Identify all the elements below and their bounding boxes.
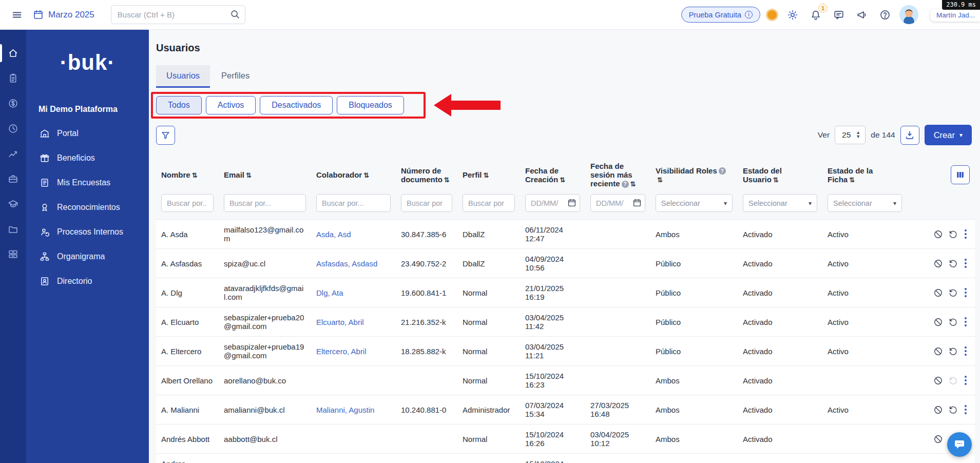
deactivate-user-button[interactable]	[932, 286, 945, 299]
deactivate-user-button[interactable]	[932, 316, 945, 329]
announcements-button[interactable]	[853, 6, 871, 24]
col-estado-usuario[interactable]: Estado del Usuario⇅	[738, 156, 822, 192]
cell-nombre: A. Dlg	[156, 278, 219, 307]
sidebar-item-directorio[interactable]: Directorio	[26, 269, 149, 294]
reset-password-button[interactable]	[947, 374, 959, 387]
advanced-filter-button[interactable]	[156, 126, 175, 145]
filter-colaborador-input[interactable]	[316, 194, 391, 212]
settings-button[interactable]	[784, 6, 801, 24]
calendar-icon[interactable]	[632, 198, 642, 207]
reset-password-button[interactable]	[947, 345, 959, 358]
rail-item-archive[interactable]	[0, 242, 26, 267]
collaborator-link[interactable]: Elcuarto, Abril	[316, 318, 364, 326]
rail-item-performance[interactable]	[0, 141, 26, 166]
download-button[interactable]	[900, 126, 919, 145]
sidebar-item-portal[interactable]: Portal	[26, 121, 149, 146]
info-icon[interactable]: ?	[719, 167, 726, 175]
cell-colaborador: Asda, Asd	[311, 220, 396, 249]
rail-item-home[interactable]	[0, 41, 26, 66]
deactivate-user-button[interactable]	[932, 403, 945, 416]
rail-item-talent[interactable]	[0, 166, 26, 191]
global-search-input[interactable]	[111, 5, 245, 24]
deactivate-user-button[interactable]	[932, 433, 945, 446]
page-size-select[interactable]: 25 ▲▼	[835, 126, 866, 144]
filter-email-input[interactable]	[224, 194, 306, 212]
hamburger-menu-button[interactable]	[8, 6, 26, 24]
row-menu-button[interactable]	[962, 227, 970, 241]
col-perfil[interactable]: Perfil⇅	[457, 156, 520, 192]
deactivate-user-button[interactable]	[932, 345, 945, 358]
reset-password-button[interactable]	[947, 286, 959, 299]
col-fecha-creacion[interactable]: Fecha de Creación⇅	[520, 156, 585, 192]
help-button[interactable]	[876, 6, 894, 24]
filter-estado-ficha-select[interactable]: Seleccionar▾	[828, 194, 902, 212]
table-row: A. Elcuarto sebaspizaler+prueba20@gmail.…	[156, 307, 975, 337]
sort-icon: ⇅	[773, 176, 779, 184]
tab-usuarios[interactable]: Usuarios	[156, 65, 210, 88]
column-settings-button[interactable]	[951, 165, 970, 184]
row-menu-button[interactable]	[962, 286, 970, 299]
cell-fecha-sesion: 27/03/2025 16:48	[585, 395, 650, 425]
deactivate-user-button[interactable]	[932, 257, 945, 270]
deactivate-user-button[interactable]	[932, 374, 945, 387]
notifications-button[interactable]: 1	[807, 6, 824, 24]
collaborator-link[interactable]: Dlg, Ata	[316, 288, 343, 297]
rail-item-payroll[interactable]	[0, 91, 26, 116]
chat-icon	[833, 9, 844, 21]
create-button[interactable]: Crear ▾	[925, 125, 972, 145]
sidebar-item-procesos-internos[interactable]: Procesos Internos	[26, 220, 149, 244]
filter-todos-button[interactable]: Todos	[156, 96, 202, 114]
reset-password-button[interactable]	[947, 316, 959, 329]
collaborator-link[interactable]: Malianni, Agustin	[316, 406, 374, 414]
filter-bloqueados-button[interactable]: Bloqueados	[337, 96, 404, 114]
tab-perfiles[interactable]: Perfiles	[211, 65, 260, 88]
rail-item-tasks[interactable]	[0, 66, 26, 91]
col-visibilidad[interactable]: Visibilidad Roles?⇅	[650, 156, 738, 192]
reset-password-button[interactable]	[947, 257, 959, 270]
free-trial-button[interactable]: Prueba Gratuita i	[681, 7, 760, 23]
collaborator-link[interactable]: Asda, Asd	[316, 230, 351, 239]
filter-activos-button[interactable]: Activos	[206, 96, 256, 114]
filter-perfil-input[interactable]	[463, 194, 515, 212]
rail-item-training[interactable]	[0, 191, 26, 217]
row-menu-button[interactable]	[962, 315, 970, 329]
calendar-icon[interactable]	[567, 198, 577, 207]
rail-item-time[interactable]	[0, 116, 26, 141]
cell-nombre: A. Elcuarto	[156, 307, 219, 337]
messages-button[interactable]	[830, 6, 848, 24]
row-menu-button[interactable]	[962, 374, 970, 387]
filter-estado-usuario-select[interactable]: Seleccionar▾	[743, 194, 817, 212]
reset-password-button[interactable]	[947, 403, 959, 416]
collaborator-link[interactable]: Asfasdas, Asdasd	[316, 259, 377, 268]
col-nombre[interactable]: Nombre⇅	[156, 156, 219, 192]
deactivate-user-button[interactable]	[932, 228, 945, 241]
filter-visibilidad-select[interactable]: Seleccionar▾	[656, 194, 733, 212]
user-avatar[interactable]	[899, 5, 918, 24]
col-email[interactable]: Email⇅	[219, 156, 311, 192]
col-colaborador[interactable]: Colaborador⇅	[311, 156, 396, 192]
filter-desactivados-button[interactable]: Desactivados	[260, 96, 333, 114]
sidebar-item-mis-encuestas[interactable]: Mis Encuestas	[26, 170, 149, 195]
col-estado-ficha[interactable]: Estado de la Ficha⇅	[822, 156, 907, 192]
sidebar-item-reconocimientos[interactable]: Reconocimientos	[26, 195, 149, 220]
sidebar-item-beneficios[interactable]: Beneficios	[26, 146, 149, 170]
coin-icon[interactable]	[766, 9, 778, 21]
row-menu-button[interactable]	[962, 403, 970, 416]
filter-nombre-input[interactable]	[161, 194, 214, 212]
sidebar-item-organigrama[interactable]: Organigrama	[26, 244, 149, 269]
collaborator-link[interactable]: Eltercero, Abril	[316, 347, 367, 356]
rail-item-documents[interactable]	[0, 217, 26, 242]
row-menu-button[interactable]	[962, 344, 970, 358]
cell-estado-usuario: Activado	[738, 249, 822, 278]
notification-count-badge: 1	[818, 4, 828, 13]
period-selector[interactable]: Marzo 2025	[33, 9, 94, 20]
col-fecha-sesion[interactable]: Fecha de sesión más reciente?⇅	[585, 156, 650, 192]
filter-documento-input[interactable]	[401, 194, 452, 212]
tab-bar: Usuarios Perfiles	[156, 65, 972, 88]
info-icon[interactable]: ?	[622, 181, 629, 188]
reset-password-button[interactable]	[947, 228, 959, 241]
cell-fecha-sesion	[585, 337, 650, 366]
col-documento[interactable]: Número de documento⇅	[396, 156, 457, 192]
support-chat-button[interactable]	[947, 432, 972, 457]
row-menu-button[interactable]	[962, 257, 970, 270]
